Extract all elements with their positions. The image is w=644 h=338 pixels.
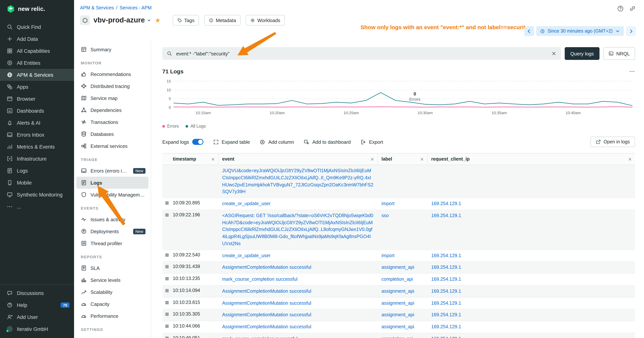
subnav-item-deployments[interactable]: DeploymentsNew: [76, 225, 148, 237]
sidebar-item-alerts-ai[interactable]: Alerts & AI: [0, 117, 74, 129]
legend-item-all-logs[interactable]: All Logs: [186, 124, 206, 128]
subnav-item-summary[interactable]: Summary: [76, 44, 148, 55]
ip-link[interactable]: 169.254.129.1: [431, 265, 461, 270]
clear-query-icon[interactable]: [551, 51, 556, 56]
sidebar-item-infrastructure[interactable]: Infrastructure: [0, 153, 74, 165]
event-link[interactable]: mark_course_completion successful: [222, 277, 298, 282]
row-checkbox[interactable]: [165, 253, 169, 257]
label-link[interactable]: import: [382, 201, 394, 206]
new-relic-logo[interactable]: new relic.: [0, 0, 74, 18]
label-link[interactable]: assignment_api: [382, 324, 414, 329]
label-link[interactable]: sso: [382, 213, 389, 218]
subnav-item-issues-activity[interactable]: Issues & activity: [76, 213, 148, 225]
subnav-item-databases[interactable]: Databases: [76, 128, 148, 140]
label-link[interactable]: assignment_api: [382, 265, 414, 270]
label-link[interactable]: assignment_api: [382, 289, 414, 294]
row-checkbox[interactable]: [165, 313, 169, 316]
time-back-button[interactable]: [524, 26, 534, 36]
more-options-icon[interactable]: [629, 68, 635, 74]
sidebar-item-dashboards[interactable]: Dashboards: [0, 105, 74, 117]
subnav-item-capacity[interactable]: Capacity: [76, 298, 148, 310]
ip-link[interactable]: 169.254.129.1: [431, 201, 461, 206]
nrql-button[interactable]: NRQL: [603, 47, 635, 60]
row-checkbox[interactable]: [165, 301, 169, 304]
permalink-icon[interactable]: [629, 5, 636, 12]
log-table-row[interactable]: 10:10:49.051mark_course_completion succe…: [162, 333, 635, 338]
clear-column-icon[interactable]: [370, 157, 374, 161]
event-link[interactable]: AssignmentCompletionMutation successful: [222, 265, 311, 270]
sidebar-item-discussions[interactable]: Discussions: [0, 287, 74, 299]
row-checkbox[interactable]: [165, 213, 169, 217]
row-checkbox[interactable]: [165, 277, 169, 280]
time-picker-button[interactable]: Since 30 minutes ago (GMT+2): [536, 26, 624, 36]
sidebar-item-help[interactable]: Help70: [0, 299, 74, 311]
sidebar-item-all-entities[interactable]: All Entities: [0, 57, 74, 69]
ip-link[interactable]: 169.254.129.1: [431, 336, 461, 338]
sidebar-item-metrics-events[interactable]: Metrics & Events: [0, 141, 74, 153]
export-button[interactable]: Export: [360, 139, 383, 145]
event-link[interactable]: AssignmentCompletionMutation successful: [222, 312, 311, 317]
row-checkbox[interactable]: [165, 201, 169, 205]
sidebar-item-add-user[interactable]: Add User: [0, 311, 74, 323]
subnav-item-service-map[interactable]: Service map: [76, 92, 148, 104]
clear-column-icon[interactable]: [420, 157, 424, 161]
subnav-item-sla[interactable]: SLA: [76, 262, 148, 274]
event-link[interactable]: <ASGIRequest: GET '/sso/callback/?state=…: [222, 213, 373, 246]
legend-item-errors[interactable]: Errors: [162, 124, 179, 128]
row-checkbox[interactable]: [165, 289, 169, 292]
subnav-item-performance[interactable]: Performance: [76, 310, 148, 322]
sidebar-item-more[interactable]: ...: [0, 201, 74, 213]
ip-link[interactable]: 169.254.129.1: [431, 277, 461, 282]
event-link[interactable]: mark_course_completion successful: [222, 336, 298, 338]
subnav-item-scalability[interactable]: Scalability: [76, 286, 148, 298]
log-table-row[interactable]: 10:09:22.196<ASGIRequest: GET '/sso/call…: [162, 210, 635, 250]
log-table-row[interactable]: 10:09:31.439AssignmentCompletionMutation…: [162, 262, 635, 274]
ip-link[interactable]: 169.254.129.1: [431, 213, 461, 218]
subnav-item-transactions[interactable]: Transactions: [76, 116, 148, 128]
add-to-dashboard-button[interactable]: Add to dashboard: [304, 139, 350, 145]
label-link[interactable]: assignment_api: [382, 300, 414, 306]
expand-table-button[interactable]: Expand table: [213, 139, 250, 145]
workloads-button[interactable]: Workloads: [246, 15, 284, 26]
log-table-row[interactable]: 10:10:13.235mark_course_completion succe…: [162, 274, 635, 286]
log-table-row[interactable]: 10:10:35.305AssignmentCompletionMutation…: [162, 309, 635, 321]
label-link[interactable]: assignment_api: [382, 312, 414, 317]
log-table-row[interactable]: 10:09:20.895create_or_update_userimport1…: [162, 198, 635, 210]
time-forward-button[interactable]: [626, 26, 636, 36]
metadata-button[interactable]: Metadata: [204, 15, 240, 26]
tags-button[interactable]: Tags: [172, 15, 199, 26]
query-logs-button[interactable]: Query logs: [565, 47, 600, 60]
sidebar-item-browser[interactable]: Browser: [0, 93, 74, 105]
event-link[interactable]: AssignmentCompletionMutation successful: [222, 300, 311, 306]
ip-link[interactable]: 169.254.129.1: [431, 324, 461, 329]
ip-link[interactable]: 169.254.129.1: [431, 300, 461, 306]
breadcrumb-link-services[interactable]: Services - APM: [120, 5, 152, 11]
subnav-item-thread-profiler[interactable]: Thread profiler: [76, 237, 148, 249]
event-link[interactable]: AssignmentCompletionMutation successful: [222, 324, 311, 329]
sidebar-item-quick-find[interactable]: Quick Find: [0, 21, 74, 33]
sidebar-item-apm-services[interactable]: APM & Services: [0, 69, 74, 81]
log-table-row[interactable]: 10:09:22.540create_or_update_userimport1…: [162, 250, 635, 262]
sidebar-item-iterativ-gmbh[interactable]: Iterativ GmbH: [0, 323, 74, 335]
ip-link[interactable]: 169.254.129.1: [431, 312, 461, 317]
log-query-input[interactable]: [176, 50, 548, 57]
breadcrumb-link-apm[interactable]: APM & Services: [80, 5, 114, 11]
clear-column-icon[interactable]: [628, 157, 632, 161]
row-checkbox[interactable]: [165, 324, 169, 328]
subnav-item-service-levels[interactable]: Service levels: [76, 274, 148, 286]
open-in-logs-button[interactable]: Open in logs: [590, 137, 635, 147]
subnav-item-dependencies[interactable]: Dependencies: [76, 104, 148, 116]
label-link[interactable]: import: [382, 253, 394, 258]
log-table-row[interactable]: JUQVU&code=eyJraWQiOiJjcGltY29yZV8wOTl1M…: [162, 165, 635, 198]
favorite-star-icon[interactable]: ★: [155, 16, 161, 24]
subnav-item-distributed-tracing[interactable]: Distributed tracing: [76, 80, 148, 92]
ip-link[interactable]: 169.254.129.1: [431, 289, 461, 294]
subnav-item-logs[interactable]: Logs: [76, 177, 148, 189]
help-circle-icon[interactable]: [617, 5, 624, 12]
event-link[interactable]: create_or_update_user: [222, 253, 270, 258]
event-link[interactable]: create_or_update_user: [222, 201, 270, 206]
sidebar-item-logs[interactable]: Logs: [0, 165, 74, 177]
expand-logs-toggle[interactable]: [192, 139, 203, 145]
event-link[interactable]: AssignmentCompletionMutation successful: [222, 289, 311, 294]
add-column-button[interactable]: Add column: [260, 139, 294, 145]
